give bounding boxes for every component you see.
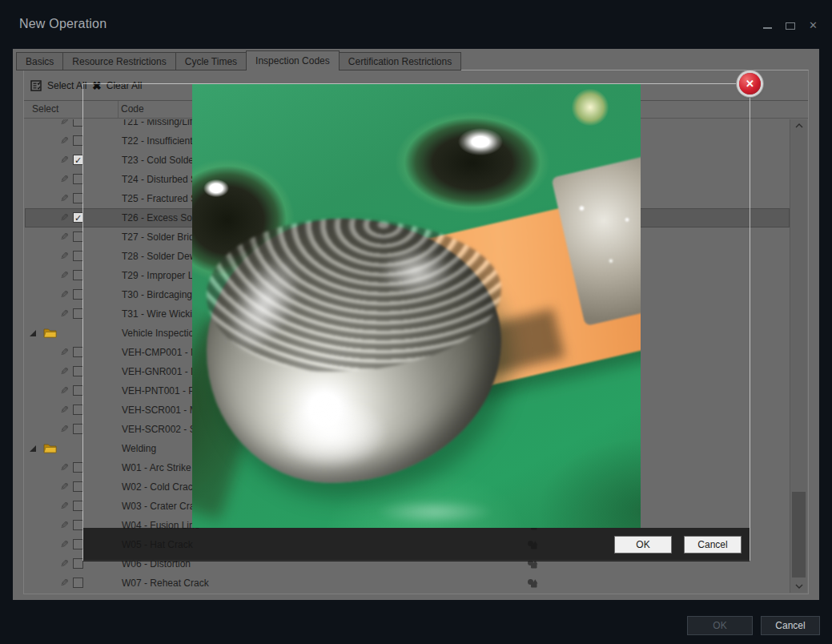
edit-pencil-icon[interactable]: ✎ [60, 574, 69, 593]
close-window-button[interactable]: ✕ [809, 20, 818, 31]
solder-joint-photo [192, 84, 641, 528]
edit-pencil-icon[interactable]: ✎ [60, 381, 69, 400]
code-cell: W07 - Reheat Crack [122, 574, 209, 593]
tab-basics[interactable]: Basics [16, 52, 62, 70]
dialog-close-icon[interactable]: ✕ [739, 73, 761, 95]
vertical-scrollbar[interactable] [790, 119, 807, 593]
tab-certification-restrictions[interactable]: Certification Restrictions [340, 52, 461, 70]
chevron-down-icon [795, 584, 803, 589]
minimize-button[interactable] [763, 27, 772, 29]
tab-resource-restrictions[interactable]: Resource Restrictions [62, 52, 175, 70]
select-all-label: Select All [47, 80, 86, 91]
tab-inspection-codes[interactable]: Inspection Codes [246, 50, 340, 70]
expander-icon[interactable] [30, 330, 37, 337]
tab-cycle-times[interactable]: Cycle Times [175, 52, 246, 70]
edit-pencil-icon[interactable]: ✎ [60, 266, 69, 285]
pcb-reflection [375, 499, 495, 525]
solder-highlight [380, 248, 452, 296]
row-checkbox[interactable] [73, 578, 83, 588]
folder-icon [43, 328, 57, 338]
new-operation-window: New Operation ✕ BasicsResource Restricti… [0, 0, 832, 644]
scroll-up-button[interactable] [790, 119, 807, 132]
edit-pencil-icon[interactable]: ✎ [60, 119, 69, 131]
edit-pencil-icon[interactable]: ✎ [60, 247, 69, 266]
dialog-ok-button[interactable]: OK [614, 536, 672, 553]
edit-pencil-icon[interactable]: ✎ [60, 131, 69, 151]
cancel-button[interactable]: Cancel [761, 616, 820, 635]
solder-highlight [276, 396, 388, 469]
edit-pencil-icon[interactable]: ✎ [60, 151, 69, 170]
maximize-button[interactable] [786, 22, 795, 30]
select-all-icon [30, 80, 42, 91]
scrollbar-thumb[interactable] [792, 492, 806, 578]
window-title: New Operation [19, 17, 107, 31]
edit-pencil-icon[interactable]: ✎ [60, 554, 69, 574]
image-preview-dialog: ✕ OK Cancel [82, 83, 750, 561]
edit-pencil-icon[interactable]: ✎ [60, 420, 69, 439]
edit-pencil-icon[interactable]: ✎ [60, 458, 69, 477]
edit-pencil-icon[interactable]: ✎ [60, 170, 69, 189]
scroll-down-button[interactable] [790, 580, 807, 593]
expander-icon[interactable] [30, 445, 37, 453]
tab-strip: BasicsResource RestrictionsCycle TimesIn… [16, 50, 461, 70]
edit-pencil-icon[interactable]: ✎ [60, 477, 69, 497]
edit-pencil-icon[interactable]: ✎ [60, 304, 69, 324]
dialog-button-bar: OK Cancel [83, 528, 750, 561]
edit-pencil-icon[interactable]: ✎ [60, 208, 69, 227]
edit-pencil-icon[interactable]: ✎ [60, 285, 69, 304]
edit-pencil-icon[interactable]: ✎ [60, 189, 69, 208]
inspection-code-row[interactable]: ✎W07 - Reheat Crack [25, 574, 790, 593]
select-all-button[interactable]: Select All [30, 77, 86, 95]
edit-pencil-icon[interactable]: ✎ [60, 400, 69, 420]
edit-pencil-icon[interactable]: ✎ [60, 497, 69, 516]
edit-pencil-icon[interactable]: ✎ [60, 227, 69, 247]
dialog-cancel-button[interactable]: Cancel [684, 536, 742, 553]
chevron-up-icon [795, 123, 803, 128]
column-header-select[interactable]: Select [32, 103, 58, 115]
media-shapes-icon [527, 578, 538, 588]
ok-button[interactable]: OK [687, 616, 753, 635]
edit-pencil-icon[interactable]: ✎ [60, 516, 69, 535]
window-controls: ✕ [763, 19, 818, 32]
edit-pencil-icon[interactable]: ✎ [60, 362, 69, 381]
edit-pencil-icon[interactable]: ✎ [60, 535, 69, 554]
folder-icon [43, 443, 57, 453]
edit-pencil-icon[interactable]: ✎ [60, 343, 69, 362]
